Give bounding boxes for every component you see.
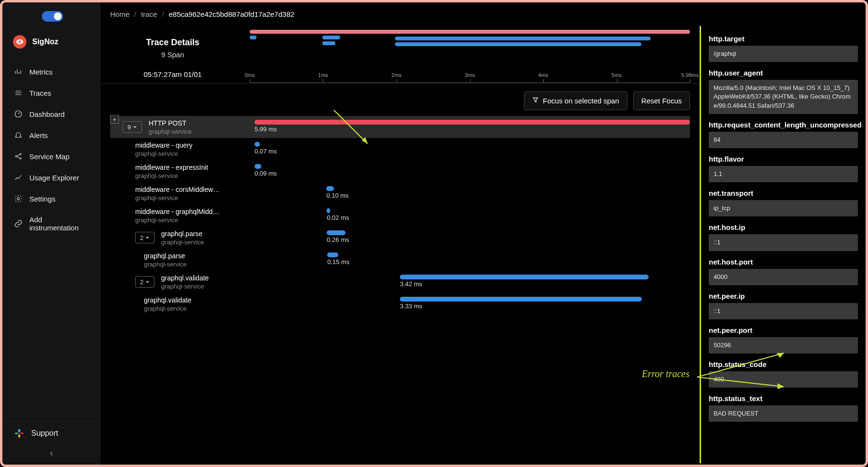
breadcrumb-sep: / xyxy=(162,10,164,18)
span-row[interactable]: 2graphql.parsegraphql-service0.26 ms xyxy=(110,227,690,249)
span-bar[interactable] xyxy=(255,120,690,125)
sidebar-item-alerts[interactable]: Alerts xyxy=(7,126,96,145)
trace-minimap[interactable] xyxy=(250,30,690,50)
expand-all-button[interactable]: + xyxy=(110,115,119,124)
focus-span-button[interactable]: Focus on selected span xyxy=(524,91,627,110)
collapse-sidebar-button[interactable] xyxy=(2,445,101,459)
span-service: graphql-service xyxy=(161,283,209,290)
span-service: graphql-service xyxy=(149,128,191,135)
tag-key: http.status_code xyxy=(709,360,858,368)
breadcrumb: Home / trace / e85ca962e42c5bd887a0fd17a… xyxy=(101,2,866,26)
span-expand-badge[interactable]: 2 xyxy=(135,276,154,288)
sidebar-item-label: Alerts xyxy=(29,131,48,139)
tag-value[interactable]: ::1 xyxy=(709,234,858,251)
trace-pane: Trace Details 9 Span 05:57:27am 01/01 xyxy=(101,26,700,463)
breadcrumb-home[interactable]: Home xyxy=(110,10,129,18)
focus-span-label: Focus on selected span xyxy=(543,97,619,105)
span-service: graphql-service xyxy=(144,305,191,312)
span-bar[interactable] xyxy=(400,297,642,302)
sidebar-item-add-instrumentation[interactable]: Add instrumentation xyxy=(7,210,96,237)
support-label: Support xyxy=(31,429,58,438)
svg-point-6 xyxy=(20,153,21,155)
span-bar[interactable] xyxy=(327,230,345,235)
tag-value[interactable]: 84 xyxy=(709,132,858,148)
span-duration: 3.42 ms xyxy=(400,280,422,288)
breadcrumb-trace-id: e85ca962e42c5bd887a0fd17a2e7d382 xyxy=(169,10,294,18)
sidebar-item-label: Usage Explorer xyxy=(29,174,79,182)
span-row[interactable]: graphql.validategraphql-service3.33 ms xyxy=(110,293,690,315)
brand[interactable]: SigNoz xyxy=(2,30,101,62)
span-bar-area: 0.07 ms xyxy=(255,138,690,160)
sidebar-item-dashboard[interactable]: Dashboard xyxy=(7,104,96,124)
reset-focus-button[interactable]: Reset Focus xyxy=(633,91,690,110)
span-duration: 0.26 ms xyxy=(327,236,349,243)
span-row[interactable]: middleware - graphqlMidd…graphql-service… xyxy=(110,204,690,227)
span-bar[interactable] xyxy=(255,142,260,147)
share-icon xyxy=(14,152,23,161)
tag-block: net.host.port4000 xyxy=(709,258,858,285)
sidebar-item-label: Service Map xyxy=(29,152,69,161)
span-rows: 9HTTP POSTgraphql-service5.99 msmiddlewa… xyxy=(110,116,690,315)
span-service: graphql-service xyxy=(135,172,208,179)
tag-value[interactable]: ::1 xyxy=(709,303,858,319)
sidebar: SigNoz MetricsTracesDashboardAlertsServi… xyxy=(2,2,101,465)
sidebar-item-settings[interactable]: Settings xyxy=(7,189,96,208)
span-bar[interactable] xyxy=(326,186,333,191)
span-row[interactable]: middleware - expressInitgraphql-service0… xyxy=(110,160,690,182)
span-bar[interactable] xyxy=(400,275,649,279)
bars-icon xyxy=(14,67,23,76)
tags-pane: http.target/graphqlhttp.user_agentMozill… xyxy=(700,26,866,463)
sidebar-item-metrics[interactable]: Metrics xyxy=(7,62,96,81)
sidebar-item-label: Metrics xyxy=(29,68,52,76)
tag-block: http.flavor1.1 xyxy=(709,155,858,182)
span-row[interactable]: 2graphql.validategraphql-service3.42 ms xyxy=(110,271,690,293)
tag-value[interactable]: 4000 xyxy=(709,269,858,285)
tag-key: http.target xyxy=(709,35,858,43)
span-name: graphql.validate xyxy=(161,274,209,282)
tag-key: http.status_text xyxy=(709,394,858,403)
tag-block: http.user_agentMozilla/5.0 (Macintosh; I… xyxy=(709,69,858,114)
span-service: graphql-service xyxy=(161,239,204,246)
theme-toggle[interactable] xyxy=(42,11,63,22)
span-name: middleware - expressInit xyxy=(135,164,208,171)
tag-value[interactable]: BAD REQUEST xyxy=(709,405,858,422)
sidebar-item-usage-explorer[interactable]: Usage Explorer xyxy=(7,168,96,187)
svg-rect-10 xyxy=(15,432,18,434)
tag-value[interactable]: 50296 xyxy=(709,337,858,353)
support-link[interactable]: Support xyxy=(2,421,101,445)
tag-key: http.request_content_length_uncompressed xyxy=(709,121,858,129)
span-bar-area: 0.15 ms xyxy=(255,249,690,271)
span-bar[interactable] xyxy=(327,252,338,257)
sidebar-item-service-map[interactable]: Service Map xyxy=(7,147,96,166)
tag-key: net.host.ip xyxy=(709,223,858,231)
span-bar[interactable] xyxy=(255,164,261,169)
span-row[interactable]: middleware - querygraphql-service0.07 ms xyxy=(110,138,690,160)
main: Home / trace / e85ca962e42c5bd887a0fd17a… xyxy=(101,2,866,465)
span-name: graphql.parse xyxy=(161,230,204,238)
span-expand-badge[interactable]: 9 xyxy=(123,121,142,133)
timeline-axis[interactable]: 0ms1ms2ms3ms4ms5ms5.99ms xyxy=(250,70,690,83)
svg-rect-11 xyxy=(18,434,20,438)
sidebar-item-traces[interactable]: Traces xyxy=(7,83,96,102)
tag-value[interactable]: /graphql xyxy=(709,46,858,62)
theme-toggle-row xyxy=(2,8,101,30)
span-name: graphql.parse xyxy=(144,252,187,260)
tag-value[interactable]: 400 xyxy=(709,371,858,388)
span-bar[interactable] xyxy=(327,208,330,213)
span-row[interactable]: graphql.parsegraphql-service0.15 ms xyxy=(110,249,690,271)
tag-value[interactable]: Mozilla/5.0 (Macintosh; Intel Mac OS X 1… xyxy=(709,80,858,114)
span-name: graphql.validate xyxy=(144,296,191,304)
trace-summary: Trace Details 9 Span xyxy=(110,30,235,59)
span-row[interactable]: middleware - corsMiddlew…graphql-service… xyxy=(110,182,690,204)
span-row[interactable]: 9HTTP POSTgraphql-service5.99 ms xyxy=(110,116,690,138)
nav: MetricsTracesDashboardAlertsService MapU… xyxy=(2,62,101,237)
tag-block: net.peer.ip::1 xyxy=(709,292,858,319)
tag-value[interactable]: ip_tcp xyxy=(709,200,858,216)
sidebar-item-label: Dashboard xyxy=(29,110,64,118)
breadcrumb-trace[interactable]: trace xyxy=(141,10,157,18)
tag-key: net.peer.ip xyxy=(709,292,858,300)
brand-logo-icon xyxy=(13,35,26,49)
tag-block: http.status_textBAD REQUEST xyxy=(709,394,858,422)
span-expand-badge[interactable]: 2 xyxy=(135,232,154,243)
tag-value[interactable]: 1.1 xyxy=(709,166,858,182)
